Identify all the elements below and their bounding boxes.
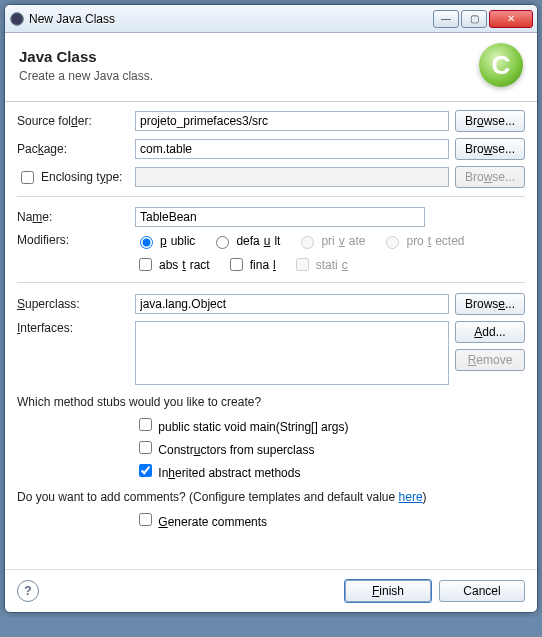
modifier-final[interactable]: final — [226, 255, 276, 274]
superclass-input[interactable] — [135, 294, 449, 314]
configure-link[interactable]: here — [399, 490, 423, 504]
enclosing-input — [135, 167, 449, 187]
maximize-button[interactable]: ▢ — [461, 10, 487, 28]
close-button[interactable]: ✕ — [489, 10, 533, 28]
modifier-protected: protected — [381, 233, 464, 249]
source-folder-label: Source folder: — [17, 114, 129, 128]
browse-superclass-button[interactable]: Browse... — [455, 293, 525, 315]
stubs-question: Which method stubs would you like to cre… — [17, 395, 525, 409]
dialog-window: New Java Class — ▢ ✕ Java Class Create a… — [4, 4, 538, 613]
browse-enclosing-button: Browse... — [455, 166, 525, 188]
window-title: New Java Class — [29, 12, 433, 26]
remove-interface-button: Remove — [455, 349, 525, 371]
add-interface-button[interactable]: Add... — [455, 321, 525, 343]
package-input[interactable] — [135, 139, 449, 159]
interfaces-list[interactable] — [135, 321, 449, 385]
header-title: Java Class — [19, 48, 153, 65]
modifier-public[interactable]: public — [135, 233, 195, 249]
minimize-button[interactable]: — — [433, 10, 459, 28]
stub-inherited[interactable]: Inherited abstract methods — [135, 461, 525, 480]
name-label: Name: — [17, 210, 129, 224]
modifier-default[interactable]: default — [211, 233, 280, 249]
cancel-button[interactable]: Cancel — [439, 580, 525, 602]
comments-question: Do you want to add comments? (Configure … — [17, 490, 525, 504]
help-icon[interactable]: ? — [17, 580, 39, 602]
enclosing-label: Enclosing type: — [41, 170, 122, 184]
class-icon: C — [479, 43, 523, 87]
modifier-static: static — [292, 255, 348, 274]
header-subtitle: Create a new Java class. — [19, 69, 153, 83]
stub-main[interactable]: public static void main(String[] args) — [135, 415, 525, 434]
finish-button[interactable]: Finish — [345, 580, 431, 602]
source-folder-input[interactable] — [135, 111, 449, 131]
dialog-header: Java Class Create a new Java class. C — [5, 33, 537, 102]
package-label: Package: — [17, 142, 129, 156]
modifier-private: private — [296, 233, 365, 249]
modifier-abstract[interactable]: abstract — [135, 255, 210, 274]
separator — [17, 196, 525, 197]
name-input[interactable] — [135, 207, 425, 227]
browse-source-button[interactable]: Browse... — [455, 110, 525, 132]
enclosing-checkbox[interactable] — [21, 171, 34, 184]
generate-comments[interactable]: Generate comments — [135, 510, 525, 529]
separator — [17, 282, 525, 283]
superclass-label: Superclass: — [17, 297, 129, 311]
interfaces-label: Interfaces: — [17, 321, 129, 335]
dialog-footer: ? Finish Cancel — [5, 569, 537, 612]
eclipse-icon — [9, 11, 25, 27]
stub-constructors[interactable]: Constructors from superclass — [135, 438, 525, 457]
modifiers-label: Modifiers: — [17, 233, 129, 247]
browse-package-button[interactable]: Browse... — [455, 138, 525, 160]
titlebar[interactable]: New Java Class — ▢ ✕ — [5, 5, 537, 33]
